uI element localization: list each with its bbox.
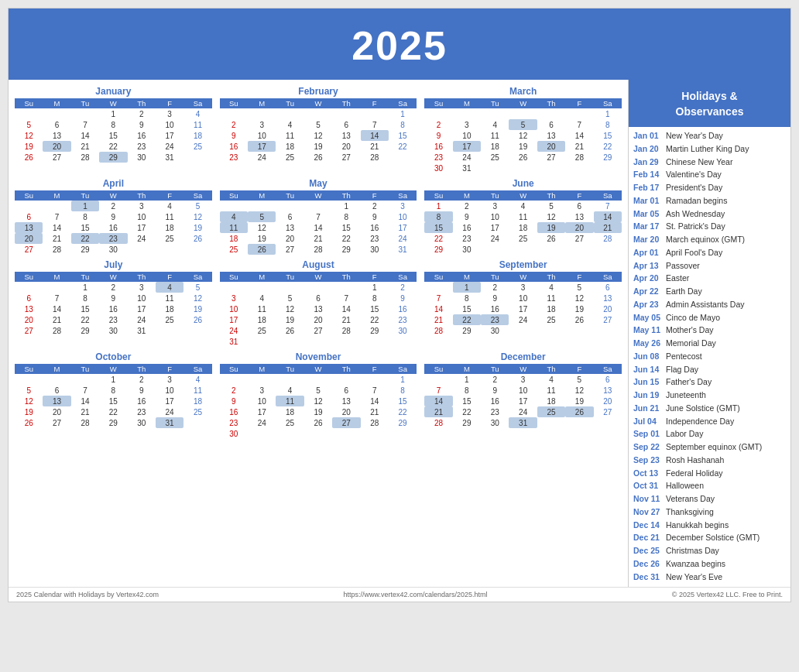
day-cell: 25 xyxy=(183,406,211,417)
day-cell: 17 xyxy=(248,406,276,417)
day-cell: 20 xyxy=(15,314,43,325)
day-cell: 13 xyxy=(594,385,622,396)
day-cell: 19 xyxy=(15,406,43,417)
empty-cell xyxy=(183,152,211,163)
month-january: JanuarySuMTuWThFSa1234567891011121314151… xyxy=(15,86,212,173)
day-cell: 31 xyxy=(156,152,183,163)
day-cell: 12 xyxy=(304,130,332,141)
empty-cell xyxy=(248,201,276,211)
day-header: Th xyxy=(128,364,156,374)
day-cell: 4 xyxy=(276,385,303,396)
holiday-date: Dec 21 xyxy=(633,532,666,544)
day-cell: 20 xyxy=(565,222,593,233)
day-cell: 26 xyxy=(509,152,537,163)
holiday-item: Apr 22Earth Day xyxy=(633,286,786,298)
empty-cell xyxy=(332,282,360,293)
day-cell: 25 xyxy=(537,406,565,417)
month-title: January xyxy=(15,86,212,97)
month-title: November xyxy=(220,351,417,362)
day-cell: 3 xyxy=(509,282,537,293)
day-cell: 21 xyxy=(361,141,389,152)
day-cell: 8 xyxy=(99,119,127,130)
empty-cell xyxy=(220,374,248,385)
day-cell: 11 xyxy=(537,385,565,396)
day-cell: 4 xyxy=(156,282,183,293)
holiday-date: Dec 31 xyxy=(633,571,666,584)
empty-cell xyxy=(276,201,303,211)
day-cell: 28 xyxy=(361,152,389,163)
day-header: Sa xyxy=(594,190,622,201)
day-cell: 13 xyxy=(43,130,70,141)
empty-cell xyxy=(481,163,509,173)
empty-cell xyxy=(361,336,389,347)
day-cell: 4 xyxy=(537,374,565,385)
day-cell: 1 xyxy=(71,201,99,211)
day-cell: 28 xyxy=(332,325,360,336)
holiday-item: Sep 01Labor Day xyxy=(633,428,786,441)
day-header: Sa xyxy=(183,98,211,108)
day-cell: 26 xyxy=(565,406,593,417)
day-header: M xyxy=(453,272,481,282)
day-cell: 13 xyxy=(537,130,565,141)
day-cell: 23 xyxy=(481,314,509,325)
day-header: Tu xyxy=(276,364,303,374)
day-header: Su xyxy=(15,364,43,374)
sidebar-header: Holidays &Observances xyxy=(629,80,790,127)
holiday-item: Dec 25Christmas Day xyxy=(633,545,786,557)
day-cell: 9 xyxy=(389,293,417,303)
day-cell: 17 xyxy=(128,303,156,314)
day-cell: 1 xyxy=(99,374,127,385)
day-cell: 13 xyxy=(594,293,622,303)
day-cell: 20 xyxy=(594,396,622,406)
month-title: August xyxy=(220,259,417,270)
holiday-date: Jun 21 xyxy=(633,403,666,415)
day-header: Tu xyxy=(481,190,509,201)
empty-cell xyxy=(71,374,99,385)
day-cell: 30 xyxy=(220,428,248,439)
day-cell: 29 xyxy=(71,244,99,255)
day-cell: 3 xyxy=(248,385,276,396)
day-cell: 30 xyxy=(453,244,481,255)
day-cell: 25 xyxy=(537,314,565,325)
day-cell: 4 xyxy=(481,119,509,130)
day-cell: 30 xyxy=(99,244,127,255)
day-cell: 19 xyxy=(565,303,593,314)
empty-cell xyxy=(361,108,389,119)
empty-cell xyxy=(332,374,360,385)
day-cell: 28 xyxy=(71,417,99,428)
day-cell: 11 xyxy=(156,211,183,222)
day-cell: 6 xyxy=(304,293,332,303)
day-cell: 12 xyxy=(276,303,303,314)
day-cell: 2 xyxy=(361,201,389,211)
day-cell: 26 xyxy=(276,325,303,336)
day-cell: 11 xyxy=(183,119,211,130)
holiday-item: Apr 23Admin Assistants Day xyxy=(633,299,786,311)
day-cell: 29 xyxy=(99,417,127,428)
day-header: Th xyxy=(332,98,360,108)
day-header: Tu xyxy=(481,98,509,108)
day-cell: 5 xyxy=(15,119,43,130)
holiday-list: Jan 01New Year's DayJan 20Martin Luther … xyxy=(629,127,790,587)
day-cell: 9 xyxy=(424,130,452,141)
day-cell: 24 xyxy=(509,406,537,417)
holiday-date: Sep 23 xyxy=(633,454,666,467)
day-cell: 17 xyxy=(453,141,481,152)
day-cell: 16 xyxy=(128,396,156,406)
day-cell: 17 xyxy=(128,222,156,233)
day-cell: 12 xyxy=(15,396,43,406)
empty-cell xyxy=(304,282,332,293)
empty-cell xyxy=(509,244,537,255)
empty-cell xyxy=(565,325,593,336)
day-cell: 7 xyxy=(304,211,332,222)
day-cell: 6 xyxy=(276,211,303,222)
day-cell: 18 xyxy=(248,314,276,325)
day-cell: 27 xyxy=(304,325,332,336)
day-cell: 22 xyxy=(332,233,360,244)
holiday-name: Ash Wednesday xyxy=(666,208,725,221)
day-cell: 3 xyxy=(481,201,509,211)
holiday-name: Christmas Day xyxy=(666,545,719,557)
day-header: Th xyxy=(332,364,360,374)
holiday-item: Apr 20Easter xyxy=(633,273,786,285)
holiday-date: Jun 19 xyxy=(633,389,666,402)
day-cell: 4 xyxy=(248,293,276,303)
